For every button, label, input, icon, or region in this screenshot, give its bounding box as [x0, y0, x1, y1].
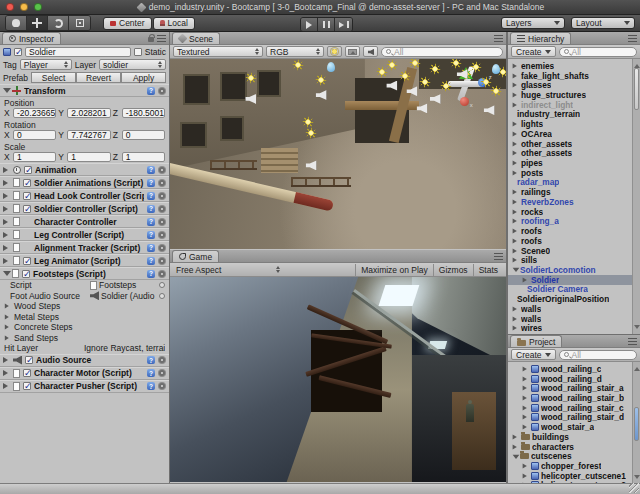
component-enabled-checkbox[interactable] [23, 205, 31, 213]
hierarchy-item[interactable]: Soldier [508, 275, 640, 285]
foldout-group[interactable]: Wood Steps [0, 301, 169, 312]
foldout-arrow-icon[interactable] [3, 167, 11, 173]
hierarchy-item[interactable]: pipes [508, 158, 640, 168]
foldout-arrow-icon[interactable] [523, 463, 530, 468]
play-button[interactable] [301, 18, 318, 31]
component-header[interactable]: Alignment Tracker (Script) [0, 241, 169, 254]
hierarchy-item[interactable]: huge_structures [508, 90, 640, 100]
sun-gizmo-icon[interactable] [480, 76, 491, 87]
object-reference-field[interactable]: Footsteps [90, 280, 157, 290]
position-z-field[interactable]: -180.5001 [122, 108, 165, 118]
foldout-arrow-icon[interactable] [3, 271, 11, 280]
speaker-gizmo-icon[interactable] [484, 105, 495, 115]
game-toolbar-button[interactable]: Gizmos [433, 264, 473, 276]
foldout-arrow-icon[interactable] [523, 415, 530, 420]
foldout-arrow-icon[interactable] [513, 248, 520, 253]
foldout-arrow-icon[interactable] [513, 190, 520, 195]
foldout-arrow-icon[interactable] [513, 141, 520, 146]
object-picker-icon[interactable] [159, 293, 165, 299]
foldout-arrow-icon[interactable] [5, 325, 11, 330]
game-viewport[interactable] [170, 277, 506, 482]
foldout-arrow-icon[interactable] [5, 335, 11, 340]
gear-icon[interactable] [158, 87, 166, 95]
foldout-arrow-icon[interactable] [513, 92, 520, 97]
foldout-arrow-icon[interactable] [5, 314, 11, 319]
sun-gizmo-icon[interactable] [420, 76, 431, 87]
minimize-button[interactable] [20, 3, 28, 11]
foldout-group[interactable]: Concrete Steps [0, 322, 169, 333]
component-enabled-checkbox[interactable] [23, 257, 31, 265]
foldout-arrow-icon[interactable] [513, 63, 520, 68]
pivot-center-button[interactable]: Center [103, 17, 152, 30]
name-field[interactable]: Soldier [25, 47, 131, 57]
foldout-arrow-icon[interactable] [513, 170, 520, 175]
foldout-arrow-icon[interactable] [523, 405, 530, 410]
project-item[interactable]: cutscenes [508, 451, 640, 461]
component-header[interactable]: Leg Controller (Script) [0, 228, 169, 241]
foldout-arrow-icon[interactable] [3, 258, 11, 264]
foldout-arrow-icon[interactable] [3, 383, 11, 389]
x-axis-ball-icon[interactable] [460, 97, 469, 106]
hierarchy-item[interactable]: railings [508, 187, 640, 197]
hierarchy-item[interactable]: lights [508, 119, 640, 129]
layer-dropdown[interactable]: soldier [99, 59, 166, 70]
project-search-input[interactable]: All [559, 350, 637, 360]
hierarchy-item[interactable]: radar_map [508, 178, 640, 188]
help-icon[interactable] [147, 192, 155, 200]
tab-menu-icon[interactable] [494, 253, 503, 260]
gear-icon[interactable] [158, 179, 166, 187]
component-enabled-checkbox[interactable] [23, 382, 31, 390]
layout-dropdown[interactable]: Layout [571, 17, 635, 29]
foldout-arrow-icon[interactable] [523, 473, 530, 478]
help-icon[interactable] [147, 231, 155, 239]
component-header[interactable]: Animation [0, 163, 169, 176]
sun-gizmo-icon[interactable] [490, 86, 501, 97]
help-icon[interactable] [147, 205, 155, 213]
static-checkbox[interactable] [134, 48, 142, 56]
lighting-toggle-button[interactable] [327, 46, 342, 57]
hierarchy-item[interactable]: SoldierLocomotion [508, 265, 640, 275]
scene-viewport[interactable]: z x [170, 59, 506, 249]
move-tool-button[interactable] [27, 16, 48, 30]
component-header[interactable]: Character Controller [0, 215, 169, 228]
hierarchy-item[interactable]: walls [508, 314, 640, 324]
hierarchy-item[interactable]: enemies [508, 61, 640, 71]
foldout-arrow-icon[interactable] [513, 160, 520, 165]
component-header[interactable]: Soldier Animations (Script) [0, 176, 169, 189]
hierarchy-item[interactable]: glasses [508, 80, 640, 90]
balloon-gizmo-icon[interactable] [327, 62, 335, 72]
component-header[interactable]: Audio Source [0, 354, 169, 367]
gear-icon[interactable] [158, 244, 166, 252]
rotate-tool-button[interactable] [48, 16, 69, 30]
pause-button[interactable] [318, 18, 335, 31]
effects-toggle-button[interactable] [345, 46, 360, 57]
hierarchy-item[interactable]: SoldierOriginalPosition [508, 294, 640, 304]
foldout-arrow-icon[interactable] [513, 131, 520, 136]
sun-gizmo-icon[interactable] [430, 63, 441, 74]
rotation-x-field[interactable]: 0 [13, 130, 56, 140]
scale-y-field[interactable]: 1 [67, 152, 110, 162]
foldout-arrow-icon[interactable] [3, 193, 11, 199]
close-button[interactable] [6, 3, 14, 11]
component-header[interactable]: Character Motor (Script) [0, 367, 169, 380]
pivot-local-button[interactable]: Local [153, 17, 195, 30]
prefab-button[interactable]: Revert [76, 72, 121, 83]
hierarchy-item[interactable]: ReverbZones [508, 197, 640, 207]
hierarchy-item[interactable]: industry_terrain [508, 110, 640, 120]
help-icon[interactable] [147, 270, 155, 278]
tag-dropdown[interactable]: Player [20, 59, 72, 70]
prefab-button[interactable]: Apply [121, 72, 166, 83]
gear-icon[interactable] [158, 257, 166, 265]
help-icon[interactable] [147, 218, 155, 226]
hierarchy-item[interactable]: fake_light_shafts [508, 71, 640, 81]
gear-icon[interactable] [158, 192, 166, 200]
tab-project[interactable]: Project [510, 335, 562, 347]
component-enabled-checkbox[interactable] [22, 270, 30, 278]
position-y-field[interactable]: 2.028201 [67, 108, 110, 118]
hierarchy-item[interactable]: indirect_light [508, 100, 640, 110]
help-icon[interactable] [147, 382, 155, 390]
project-scrollbar[interactable] [632, 362, 640, 484]
help-icon[interactable] [147, 166, 155, 174]
tab-menu-icon[interactable] [628, 35, 637, 42]
component-header[interactable]: Character Pusher (Script) [0, 380, 169, 393]
